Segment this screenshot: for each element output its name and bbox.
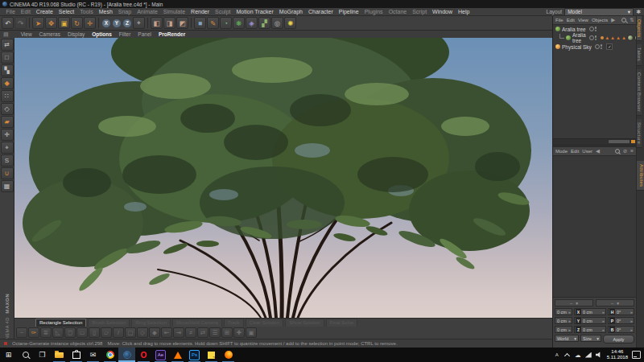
vlc-icon[interactable]: [169, 348, 186, 362]
texture-tag-icon[interactable]: ▲: [621, 35, 626, 40]
attr-menu-edit[interactable]: Edit: [571, 149, 579, 154]
array-tool-icon[interactable]: ▯: [89, 327, 100, 338]
subdivide-tool-icon[interactable]: ▣: [246, 327, 257, 338]
attr-menu-mode[interactable]: Mode: [555, 149, 568, 154]
dock-tab[interactable]: Content Browser: [637, 69, 642, 116]
after-effects-icon[interactable]: Ae: [152, 348, 169, 362]
smooth-tool-icon[interactable]: ~: [16, 327, 27, 338]
taskbar-clock[interactable]: 14:46 5.11.2018: [607, 349, 628, 361]
back-arrow-icon[interactable]: ◀: [596, 148, 600, 154]
rotation-b-field[interactable]: B0°▸: [608, 326, 634, 333]
position-z-field[interactable]: 0 cm▸: [555, 326, 572, 333]
object-tags[interactable]: ▲ ▲ ▲ ▲: [601, 35, 636, 41]
enable-axis-icon[interactable]: ✛: [1, 129, 14, 141]
live-selection-icon[interactable]: ➤: [32, 17, 44, 29]
om-menu-objects[interactable]: Objects: [592, 18, 608, 23]
hidden-icons-chevron[interactable]: [564, 352, 571, 358]
lines-tool-icon[interactable]: ≣: [40, 327, 52, 338]
input-indicator-icon[interactable]: A: [554, 352, 560, 357]
om-menu-edit[interactable]: Edit: [567, 18, 575, 23]
onedrive-cloud-icon[interactable]: ☁: [575, 352, 581, 359]
viewport-canvas[interactable]: [14, 38, 552, 318]
generator-icon[interactable]: ◔: [220, 17, 232, 29]
search-button[interactable]: [17, 348, 34, 362]
palette-button[interactable]: Clear Solution: [246, 319, 284, 327]
microsoft-store-icon[interactable]: [68, 348, 85, 362]
workplane-grid-icon[interactable]: ▦: [1, 180, 14, 192]
menu-item[interactable]: Octane: [386, 9, 410, 14]
workplane-mode-icon[interactable]: ◆: [1, 77, 14, 89]
menu-item[interactable]: Create: [33, 9, 56, 14]
volume-icon[interactable]: [596, 352, 603, 358]
action-center-icon[interactable]: [632, 351, 641, 359]
matrix-tool-icon[interactable]: ▭: [76, 327, 88, 338]
search-icon[interactable]: [621, 18, 626, 23]
scale-tool-icon[interactable]: ▣: [58, 17, 70, 29]
menu-item[interactable]: Render: [188, 9, 213, 14]
y-axis-lock-button[interactable]: Y: [112, 19, 122, 28]
scrollbar-thumb[interactable]: [609, 140, 630, 143]
lock-icon[interactable]: ⊘: [623, 148, 627, 154]
chrome-icon[interactable]: [101, 348, 118, 362]
rotation-p-field[interactable]: P0°▸: [608, 317, 634, 324]
palette-button[interactable]: Move/Hold Camera: [172, 319, 222, 327]
firefox-icon[interactable]: [220, 348, 237, 362]
palette-button[interactable]: Track: [224, 319, 244, 327]
palette-button[interactable]: Final Solve: [326, 319, 358, 327]
snap-toggle-icon[interactable]: S: [1, 154, 14, 167]
texture-mode-icon[interactable]: ▚: [1, 64, 14, 76]
opera-icon[interactable]: O: [135, 348, 152, 362]
om-horizontal-scrollbar[interactable]: [553, 138, 636, 144]
palette-button[interactable]: Brush Selection: [88, 319, 130, 327]
palette-button[interactable]: Ring Selection: [131, 319, 171, 327]
dock-tab[interactable]: Structure: [637, 119, 642, 148]
menu-item[interactable]: Sculpt: [213, 9, 233, 14]
visibility-toggles[interactable]: [589, 35, 597, 40]
object-row[interactable]: Physical Sky ✓: [553, 43, 636, 51]
menu-item[interactable]: Select: [56, 9, 76, 14]
z-axis-lock-button[interactable]: Z: [122, 19, 132, 28]
visibility-toggles[interactable]: [595, 44, 603, 49]
environment-icon[interactable]: ▞: [258, 17, 270, 29]
mail-icon[interactable]: ✉: [85, 348, 101, 362]
menu-item[interactable]: Pipeline: [336, 9, 361, 14]
toolbar-button[interactable]: [98, 18, 100, 28]
cinema4d-icon[interactable]: [118, 348, 135, 362]
sticky-notes-icon[interactable]: [203, 348, 220, 362]
stitch-tool-icon[interactable]: ≠: [185, 327, 196, 338]
knife-tool-icon[interactable]: /: [113, 327, 124, 338]
menu-item[interactable]: File: [3, 9, 18, 14]
viewport-menu-item[interactable]: Filter: [119, 31, 130, 37]
coord-position-dropdown[interactable]: –▾: [555, 299, 593, 306]
position-x-field[interactable]: 0 cm▸: [555, 308, 572, 315]
menu-item[interactable]: Character: [306, 9, 336, 14]
list-tool-icon[interactable]: ☰: [209, 327, 221, 338]
render-region-icon[interactable]: ◨: [163, 17, 175, 29]
make-editable-icon[interactable]: ⇄: [1, 39, 14, 51]
menu-item[interactable]: MoGraph: [276, 9, 305, 14]
polygons-mode-icon[interactable]: ▰: [1, 116, 14, 128]
weld-tool-icon[interactable]: ◆: [149, 327, 160, 338]
object-row[interactable]: Aralia tree ▲ ▲ ▲ ▲: [553, 34, 636, 43]
undo-icon[interactable]: ↶: [2, 17, 14, 29]
layout-select[interactable]: Model ▾: [564, 8, 634, 16]
menu-item[interactable]: Tools: [77, 9, 96, 14]
visibility-toggles[interactable]: [589, 27, 597, 31]
menu-item[interactable]: Plugins: [361, 9, 386, 14]
attr-menu-user[interactable]: User: [582, 149, 592, 154]
viewport-menu-item[interactable]: View: [21, 31, 32, 37]
dock-tab-attributes[interactable]: Attributes: [637, 161, 644, 191]
viewport-menu-item[interactable]: Panel: [138, 31, 151, 37]
spline-pen-icon[interactable]: ✎: [207, 17, 219, 29]
menu-item[interactable]: Motion Tracker: [233, 9, 276, 14]
size-z-field[interactable]: Z0 cm▸: [574, 326, 606, 333]
size-y-field[interactable]: Y0 cm▸: [574, 317, 606, 324]
dock-tab[interactable]: Takes: [637, 44, 642, 65]
coord-rotation-dropdown[interactable]: –▾: [596, 299, 634, 306]
menu-item[interactable]: Script: [410, 9, 430, 14]
last-tool-icon[interactable]: ✛: [84, 17, 96, 29]
viewport-menu-item[interactable]: Display: [68, 31, 85, 37]
apply-button[interactable]: Apply: [603, 335, 634, 343]
light-icon[interactable]: ✺: [284, 17, 296, 29]
om-menu-file[interactable]: File: [555, 18, 564, 23]
